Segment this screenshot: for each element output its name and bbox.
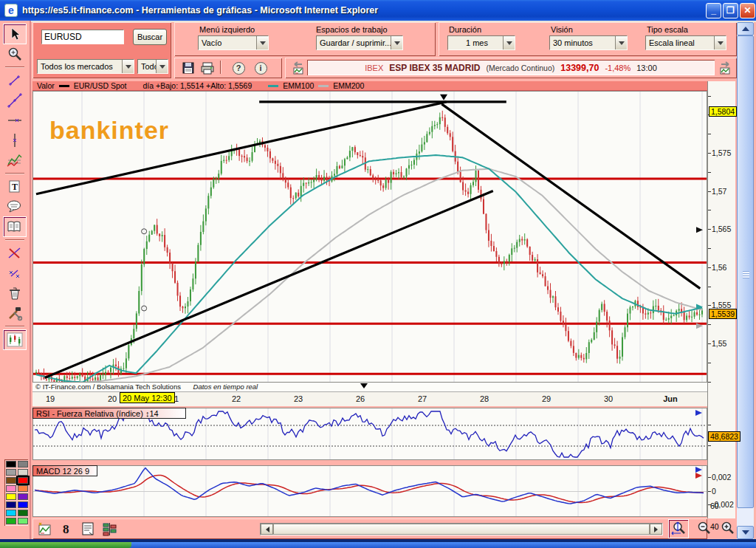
help-icon[interactable]: ? (229, 59, 248, 77)
compare-icon[interactable] (100, 520, 120, 538)
instruments-select-value: Todos (138, 62, 156, 71)
price-chart[interactable]: bankinter (32, 91, 707, 383)
menu-left-label: Menú izquierdo (199, 25, 255, 34)
chevron-down-icon[interactable] (714, 36, 726, 49)
info-icon[interactable]: i (251, 59, 270, 77)
high-price-tag: 1,5804 (709, 106, 737, 117)
workspaces-select[interactable]: Guardar / suprimir... (316, 35, 403, 50)
instruments-select[interactable]: Todos (137, 59, 168, 74)
start-button-fragment[interactable] (0, 542, 131, 548)
vision-value: 30 minutos (550, 38, 615, 47)
zoom-out-icon[interactable] (694, 520, 713, 538)
note-icon[interactable] (78, 520, 97, 538)
macd-header[interactable]: MACD 12 26 9 (32, 465, 97, 476)
emm100-dash-icon (268, 85, 278, 87)
color-swatch[interactable] (6, 477, 16, 484)
color-swatch[interactable] (6, 501, 16, 508)
toolbar-separator (5, 66, 24, 68)
internet-explorer-icon: e (4, 4, 18, 17)
axis-tick (708, 96, 711, 97)
chart-new-icon[interactable] (35, 520, 55, 538)
color-swatch[interactable] (18, 510, 28, 516)
book-tool-icon[interactable] (4, 217, 26, 236)
macd-axis-label: 0 (712, 487, 716, 496)
pointer-tool-icon[interactable] (4, 24, 26, 44)
scroll-left-icon[interactable] (261, 524, 273, 535)
trendline-tool-icon[interactable] (4, 91, 26, 110)
color-swatch[interactable] (6, 493, 16, 500)
bankinter-watermark: bankinter (49, 116, 169, 144)
vertical-scrollbar[interactable] (737, 22, 754, 539)
horizontal-scrollbar[interactable] (260, 523, 663, 535)
title-bar[interactable]: e https://es5.it-finance.com - Herramien… (0, 0, 756, 21)
erase-line-tool-icon[interactable] (4, 244, 26, 263)
symbol-input[interactable] (41, 30, 124, 44)
scrollbar-thumb[interactable] (273, 524, 650, 535)
color-swatch[interactable] (18, 469, 28, 476)
peak-marker-icon (440, 95, 447, 100)
color-swatch[interactable] (6, 510, 16, 516)
forecast-tool-icon[interactable] (4, 151, 26, 170)
axis-tick (708, 229, 711, 230)
chevron-down-icon[interactable] (156, 60, 168, 73)
save-icon[interactable] (179, 59, 198, 77)
restore-button[interactable]: ❐ (723, 3, 738, 18)
axis-tick (708, 134, 711, 134)
print-icon[interactable] (198, 59, 217, 77)
chevron-down-icon[interactable] (391, 36, 402, 49)
settings-tool-icon[interactable] (4, 304, 26, 323)
search-button[interactable]: Buscar (133, 29, 167, 45)
zoom-fit-icon[interactable] (669, 520, 688, 538)
chevron-down-icon[interactable] (122, 60, 134, 73)
color-swatch[interactable] (18, 485, 28, 492)
scale-type-select[interactable]: Escala lineal (645, 35, 726, 50)
x-axis-label: 29 (534, 394, 559, 403)
text-tool-icon[interactable]: T (4, 177, 26, 196)
markets-select[interactable]: Todos los mercados (37, 59, 134, 74)
next-chart-icon[interactable] (716, 59, 735, 77)
divider (220, 61, 221, 74)
legend-valor: Valor (37, 81, 55, 90)
trash-tool-icon[interactable] (4, 284, 26, 303)
color-swatch[interactable] (18, 518, 28, 524)
zoom-tool-icon[interactable] (4, 44, 26, 64)
scroll-down-icon[interactable] (737, 526, 754, 539)
axis-tick (708, 491, 711, 492)
color-swatch[interactable] (18, 461, 28, 467)
rsi-header[interactable]: RSI - Fuerza Relativa (índice) ↕14 (32, 408, 186, 419)
cursor-time-label: 20 May 12:30 (120, 392, 175, 403)
erase-object-tool-icon[interactable] (4, 264, 26, 283)
comment-tool-icon[interactable] (4, 197, 26, 216)
chevron-down-icon[interactable] (615, 36, 627, 49)
chevron-down-icon[interactable] (503, 36, 515, 49)
vision-select[interactable]: 30 minutos (549, 35, 628, 50)
menu-left-select[interactable]: Vacío (198, 35, 269, 50)
chart-legend: Valor EUR/USD Spot día +Bajo: 1,5514 +Al… (32, 81, 707, 91)
minimize-button[interactable]: _ (706, 3, 721, 18)
vertical-line-tool-icon[interactable] (4, 131, 26, 150)
index-ticker[interactable]: IBEX ESP IBEX 35 MADRID (Mercado Continu… (307, 60, 715, 75)
horizontal-line-tool-icon[interactable] (4, 111, 26, 130)
color-swatch[interactable] (6, 461, 16, 467)
color-swatch[interactable] (6, 485, 16, 492)
macd-edge-arrow-icon (695, 467, 702, 473)
segment-tool-icon[interactable] (4, 71, 26, 90)
color-swatch[interactable] (6, 518, 16, 524)
link-icon[interactable]: 8 (56, 520, 75, 538)
scroll-up-icon[interactable] (737, 22, 754, 35)
close-button[interactable]: ✕ (740, 3, 755, 18)
price-axis: 1,5751,571,5651,561,5551,551,58041,55396… (707, 81, 735, 518)
scroll-right-icon[interactable] (650, 524, 662, 535)
color-swatch[interactable] (6, 469, 16, 476)
chevron-down-icon[interactable] (256, 36, 268, 49)
duration-label: Duración (449, 25, 481, 34)
color-swatch[interactable] (18, 493, 28, 500)
macd-chart[interactable] (32, 465, 707, 517)
zoom-in-icon[interactable] (718, 520, 737, 538)
previous-chart-icon[interactable] (288, 59, 307, 77)
color-swatch[interactable] (18, 477, 28, 484)
info-glyph: i (255, 62, 267, 75)
chart-style-tool-icon[interactable] (4, 330, 26, 349)
color-swatch[interactable] (18, 501, 28, 508)
duration-select[interactable]: 1 mes (447, 35, 515, 50)
